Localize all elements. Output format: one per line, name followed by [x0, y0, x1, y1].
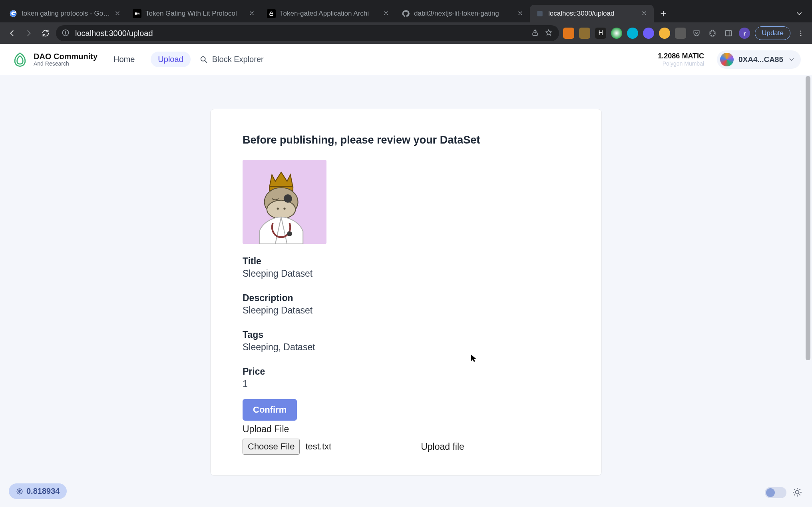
wallet-address: 0XA4...CA85 — [738, 55, 783, 64]
new-tab-button[interactable] — [656, 6, 671, 21]
tabs-dropdown-icon[interactable] — [792, 6, 806, 21]
browser-update-button[interactable]: Update — [755, 26, 790, 40]
review-card: Before publishing, please review your Da… — [210, 109, 602, 476]
extension-icon[interactable] — [579, 28, 590, 39]
upload-file-action[interactable]: Upload file — [421, 441, 464, 452]
upload-file-label: Upload File — [243, 424, 569, 435]
back-button[interactable] — [6, 27, 18, 40]
extension-icon[interactable] — [611, 28, 622, 39]
svg-point-21 — [287, 232, 292, 237]
brand-title: DAO Community — [34, 52, 98, 61]
close-icon[interactable] — [114, 10, 121, 17]
address-bar[interactable]: localhost:3000/upload — [56, 25, 559, 41]
scrollbar-thumb[interactable] — [806, 76, 810, 360]
chevron-down-icon — [788, 56, 795, 63]
svg-point-23 — [796, 491, 799, 494]
svg-point-19 — [277, 208, 279, 210]
price-label: Price — [243, 366, 569, 377]
dataset-preview-image — [243, 160, 326, 244]
page-body[interactable]: Before publishing, please review your Da… — [0, 75, 812, 507]
medium-favicon-icon — [133, 9, 141, 18]
search-placeholder: Block Explorer — [212, 55, 264, 64]
extension-icon[interactable] — [675, 28, 686, 39]
svg-rect-4 — [270, 13, 273, 15]
bookmark-star-icon[interactable] — [545, 29, 553, 38]
app-logo[interactable]: DAO Community And Research — [11, 51, 98, 68]
reload-button[interactable] — [39, 27, 52, 40]
svg-rect-8 — [726, 30, 732, 36]
wallet-network: Polygon Mumbai — [658, 60, 704, 67]
theme-settings-icon[interactable] — [792, 487, 803, 498]
svg-point-3 — [139, 12, 139, 14]
profile-avatar-icon[interactable]: r — [739, 28, 750, 39]
url-host: localhost:3000 — [75, 29, 127, 38]
svg-point-20 — [283, 208, 285, 210]
url-text: localhost:3000/upload — [75, 29, 526, 38]
extension-icon[interactable]: H — [595, 28, 606, 39]
svg-rect-5 — [537, 11, 543, 16]
share-icon[interactable] — [531, 29, 540, 38]
app-viewport: DAO Community And Research Home Upload B… — [0, 44, 812, 507]
wallet-balance: 1.2086 MATIC Polygon Mumbai — [658, 52, 704, 67]
nav-home[interactable]: Home — [106, 52, 142, 67]
logo-icon — [11, 51, 29, 68]
close-icon[interactable] — [517, 10, 524, 17]
google-favicon-icon — [9, 9, 18, 18]
site-info-icon[interactable] — [62, 29, 70, 38]
extensions-menu-icon[interactable] — [707, 28, 718, 39]
svg-point-13 — [201, 56, 205, 61]
browser-tab[interactable]: Token Gating With Lit Protocol — [127, 5, 261, 22]
app-header: DAO Community And Research Home Upload B… — [0, 44, 812, 75]
browser-tab[interactable]: dabit3/nextjs-lit-token-gating — [396, 5, 530, 22]
wallet-connect-chip[interactable]: 0XA4...CA85 — [717, 50, 801, 69]
wallet-balance-amount: 1.2086 — [658, 52, 680, 60]
svg-point-17 — [267, 200, 295, 219]
unlock-favicon-icon — [267, 9, 276, 18]
close-icon[interactable] — [249, 10, 256, 17]
tab-title: localhost:3000/upload — [548, 10, 637, 18]
browser-menu-icon[interactable] — [795, 28, 806, 39]
svg-point-1 — [135, 12, 137, 15]
browser-tab[interactable]: token gating protocols - Goog — [3, 5, 127, 22]
svg-point-12 — [800, 35, 802, 36]
tags-value: Sleeping, Dataset — [243, 342, 569, 353]
svg-point-10 — [800, 30, 802, 32]
url-path: /upload — [127, 29, 153, 38]
nav-upload[interactable]: Upload — [151, 52, 190, 67]
close-icon[interactable] — [383, 10, 390, 17]
confirm-button[interactable]: Confirm — [243, 399, 297, 421]
sidepanel-icon[interactable] — [723, 28, 734, 39]
browser-tab-strip: token gating protocols - Goog Token Gati… — [0, 0, 812, 22]
description-label: Description — [243, 293, 569, 303]
tab-title: dabit3/nextjs-lit-token-gating — [414, 10, 513, 18]
svg-point-18 — [284, 194, 292, 203]
browser-toolbar: localhost:3000/upload H r Update — [0, 22, 812, 44]
metamask-extension-icon[interactable] — [563, 28, 574, 39]
page-scrollbar[interactable] — [805, 76, 811, 507]
title-label: Title — [243, 256, 569, 267]
forward-button[interactable] — [22, 27, 35, 40]
title-value: Sleeping Dataset — [243, 268, 569, 279]
tab-title: token gating protocols - Goog — [22, 10, 110, 18]
extension-icon[interactable] — [659, 28, 670, 39]
logo-text: DAO Community And Research — [34, 52, 98, 67]
choose-file-button[interactable]: Choose File — [243, 439, 300, 455]
tab-title: Token Gating With Lit Protocol — [145, 10, 245, 18]
browser-tab[interactable]: Token-gated Application Archi — [261, 5, 396, 22]
review-heading: Before publishing, please review your Da… — [243, 134, 569, 146]
header-search[interactable]: Block Explorer — [199, 55, 264, 64]
pocket-extension-icon[interactable] — [691, 28, 702, 39]
search-icon — [199, 55, 208, 64]
selected-file-name: test.txt — [305, 441, 331, 452]
browser-tab-active[interactable]: localhost:3000/upload — [530, 5, 654, 22]
close-icon[interactable] — [641, 10, 648, 17]
field-title: Title Sleeping Dataset — [243, 256, 569, 279]
extension-icon[interactable] — [643, 28, 654, 39]
field-price: Price 1 — [243, 366, 569, 389]
description-value: Sleeping Dataset — [243, 305, 569, 316]
extension-icon[interactable] — [627, 28, 638, 39]
tab-title: Token-gated Application Archi — [280, 10, 379, 18]
theme-toggle[interactable] — [765, 487, 786, 498]
github-favicon-icon — [401, 9, 410, 18]
price-ticker[interactable]: 0.818934 — [9, 483, 67, 499]
